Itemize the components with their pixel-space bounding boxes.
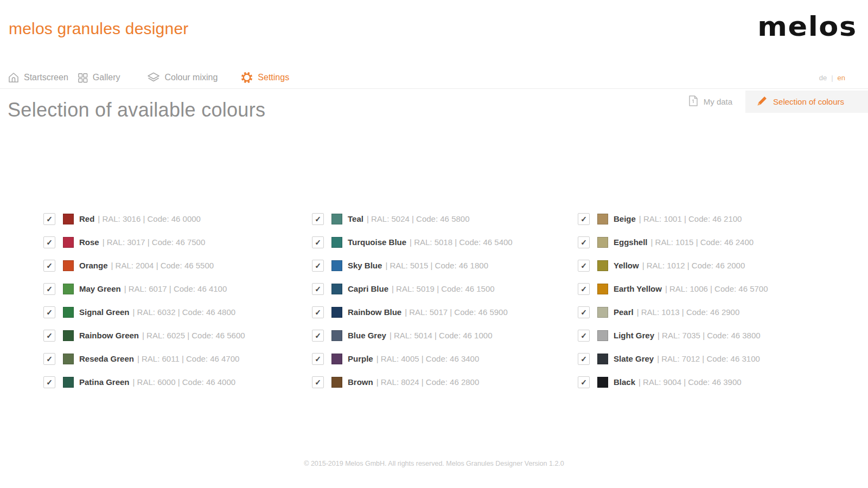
colour-checkbox[interactable]: ✓ [578, 306, 590, 318]
document-icon [688, 95, 699, 108]
colour-row: ✓ Purple | RAL: 4005 | Code: 46 3400 [312, 347, 578, 370]
colour-row: ✓ Rose | RAL: 3017 | Code: 46 7500 [43, 230, 312, 254]
colour-checkbox[interactable]: ✓ [43, 213, 55, 225]
colour-checkbox[interactable]: ✓ [43, 376, 55, 388]
colour-row: ✓ Yellow | RAL: 1012 | Code: 46 2000 [578, 254, 768, 277]
tab-my-data[interactable]: My data [675, 91, 745, 113]
colour-row: ✓ Signal Green | RAL: 6032 | Code: 46 48… [43, 300, 312, 324]
nav-item-label: Gallery [93, 73, 120, 82]
colour-checkbox[interactable]: ✓ [312, 376, 324, 388]
colour-swatch [597, 237, 608, 248]
colour-column-3: ✓ Beige | RAL: 1001 | Code: 46 2100 ✓ Eg… [578, 207, 768, 394]
colour-name: Pearl [614, 307, 634, 317]
colour-mixing-icon [146, 71, 161, 84]
colour-name: Red [79, 214, 94, 223]
colour-checkbox[interactable]: ✓ [312, 283, 324, 295]
colour-checkbox[interactable]: ✓ [43, 330, 55, 342]
colour-swatch [331, 284, 342, 294]
nav-item-colour-mixing[interactable]: Colour mixing [146, 71, 218, 84]
colour-row: ✓ May Green | RAL: 6017 | Code: 46 4100 [43, 277, 312, 300]
pencil-icon [756, 95, 768, 108]
colour-checkbox[interactable]: ✓ [578, 353, 590, 365]
colour-checkbox[interactable]: ✓ [312, 236, 324, 248]
colour-checkbox[interactable]: ✓ [43, 353, 55, 365]
colour-checkbox[interactable]: ✓ [578, 213, 590, 225]
colour-row: ✓ Slate Grey | RAL: 7012 | Code: 46 3100 [578, 347, 768, 370]
colour-checkbox[interactable]: ✓ [312, 260, 324, 272]
colour-row: ✓ Red | RAL: 3016 | Code: 46 0000 [43, 207, 312, 230]
colour-swatch [331, 260, 342, 271]
settings-tab-row: My data Selection of colours [675, 91, 868, 113]
colour-details: | RAL: 4005 | Code: 46 3400 [376, 354, 480, 363]
colour-checkbox[interactable]: ✓ [43, 283, 55, 295]
colour-details: | RAL: 1015 | Code: 46 2400 [651, 237, 754, 247]
colour-checkbox[interactable]: ✓ [578, 330, 590, 342]
colour-name: Blue Grey [348, 331, 386, 340]
colour-details: | RAL: 2004 | Code: 46 5500 [111, 261, 214, 270]
colour-swatch [597, 214, 608, 224]
colour-swatch [63, 354, 74, 364]
colour-details: | RAL: 1006 | Code: 46 5700 [665, 284, 768, 293]
colour-details: | RAL: 1012 | Code: 46 2000 [642, 261, 745, 270]
tab-label: My data [704, 97, 732, 106]
melos-granules-designer-app: melos granules designer melos Startscree… [0, 0, 868, 488]
colour-swatch [63, 284, 74, 294]
colour-checkbox[interactable]: ✓ [312, 353, 324, 365]
colour-swatch [331, 377, 342, 388]
colour-details: | RAL: 3017 | Code: 46 7500 [103, 237, 206, 247]
footer-copyright: © 2015-2019 Melos GmbH. All rights reser… [0, 460, 868, 467]
colour-name: Teal [348, 214, 363, 223]
colour-row: ✓ Capri Blue | RAL: 5019 | Code: 46 1500 [312, 277, 578, 300]
colour-name: Patina Green [79, 377, 130, 387]
colour-name: Reseda Green [79, 354, 134, 363]
colour-details: | RAL: 5024 | Code: 46 5800 [367, 214, 470, 223]
colour-name: Orange [79, 261, 108, 270]
colour-name: Yellow [614, 261, 639, 270]
colour-checkbox[interactable]: ✓ [578, 376, 590, 388]
nav-item-gallery[interactable]: Gallery [77, 72, 120, 84]
colour-details: | RAL: 5017 | Code: 46 5900 [405, 307, 508, 317]
colour-checkbox[interactable]: ✓ [312, 330, 324, 342]
colour-swatch [331, 307, 342, 318]
colour-row: ✓ Sky Blue | RAL: 5015 | Code: 46 1800 [312, 254, 578, 277]
nav-item-label: Startscreen [24, 73, 68, 82]
colour-details: | RAL: 6017 | Code: 46 4100 [124, 284, 227, 293]
colour-name: Signal Green [79, 307, 130, 317]
colour-checkbox[interactable]: ✓ [43, 306, 55, 318]
colour-name: Earth Yellow [614, 284, 662, 293]
nav-divider [0, 88, 868, 89]
main-nav: Startscreen Gallery Colour mixing [8, 68, 289, 87]
colour-row: ✓ Light Grey | RAL: 7035 | Code: 46 3800 [578, 324, 768, 347]
colour-name: Eggshell [614, 237, 648, 247]
colour-name: Slate Grey [614, 354, 654, 363]
colour-row: ✓ Turquoise Blue | RAL: 5018 | Code: 46 … [312, 230, 578, 254]
colour-checkbox[interactable]: ✓ [578, 283, 590, 295]
nav-item-settings[interactable]: Settings [240, 71, 289, 84]
nav-item-startscreen[interactable]: Startscreen [8, 72, 68, 84]
colour-checkbox[interactable]: ✓ [578, 236, 590, 248]
lang-option-en[interactable]: en [838, 74, 845, 82]
colour-checkbox[interactable]: ✓ [312, 306, 324, 318]
colour-grid: ✓ Red | RAL: 3016 | Code: 46 0000 ✓ Rose… [43, 207, 768, 394]
colour-row: ✓ Rainbow Blue | RAL: 5017 | Code: 46 59… [312, 300, 578, 324]
lang-option-de[interactable]: de [819, 74, 827, 82]
colour-name: May Green [79, 284, 121, 293]
nav-item-label: Colour mixing [165, 73, 218, 82]
colour-name: Capri Blue [348, 284, 388, 293]
colour-swatch [597, 354, 608, 364]
colour-details: | RAL: 6025 | Code: 46 5600 [142, 331, 245, 340]
colour-checkbox[interactable]: ✓ [43, 236, 55, 248]
language-switcher: de | en [819, 74, 845, 82]
colour-details: | RAL: 5014 | Code: 46 1000 [390, 331, 493, 340]
colour-row: ✓ Black | RAL: 9004 | Code: 46 3900 [578, 370, 768, 394]
colour-name: Rainbow Green [79, 331, 139, 340]
nav-item-label: Settings [258, 73, 289, 82]
tab-selection-of-colours[interactable]: Selection of colours [745, 91, 868, 113]
colour-details: | RAL: 5019 | Code: 46 1500 [392, 284, 495, 293]
colour-details: | RAL: 3016 | Code: 46 0000 [98, 214, 201, 223]
colour-row: ✓ Beige | RAL: 1001 | Code: 46 2100 [578, 207, 768, 230]
colour-checkbox[interactable]: ✓ [43, 260, 55, 272]
colour-details: | RAL: 7035 | Code: 46 3800 [658, 331, 761, 340]
colour-checkbox[interactable]: ✓ [578, 260, 590, 272]
colour-checkbox[interactable]: ✓ [312, 213, 324, 225]
